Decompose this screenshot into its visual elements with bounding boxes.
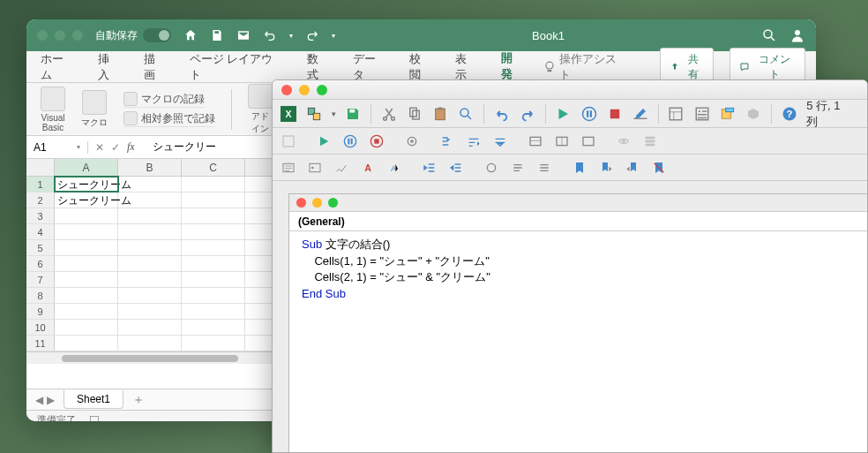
object-dropdown[interactable]: (General) (289, 212, 867, 231)
run-icon[interactable] (555, 105, 572, 123)
step-into-icon[interactable] (438, 132, 456, 150)
help-icon[interactable]: ? (781, 105, 797, 123)
vba-minimize-dot[interactable] (299, 85, 310, 95)
vba-titlebar[interactable] (273, 80, 867, 100)
row-header[interactable]: 3 (26, 208, 55, 223)
name-box-arrow[interactable]: ▾ (77, 143, 80, 151)
cell-B9[interactable] (118, 304, 182, 319)
parameter-info-icon[interactable]: A (359, 159, 377, 177)
row-header[interactable]: 2 (26, 193, 55, 208)
visual-basic-button[interactable]: Visual Basic (35, 87, 71, 132)
insert-module-icon[interactable] (305, 105, 322, 123)
immediate-icon[interactable] (553, 132, 571, 150)
cell-C8[interactable] (182, 288, 245, 303)
locals-icon[interactable] (527, 132, 544, 150)
send-icon[interactable] (236, 28, 251, 42)
step-out-icon[interactable] (491, 132, 509, 150)
toggle-breakpoint-icon[interactable] (483, 159, 500, 177)
cell-A5[interactable] (55, 240, 118, 255)
code-editor[interactable]: Sub 文字の結合() Cells(1, 1) = "シュー" + "クリーム"… (289, 231, 867, 307)
cell-A8[interactable] (55, 288, 118, 303)
outdent-icon[interactable] (447, 159, 465, 177)
insert-dropdown-icon[interactable]: ▾ (332, 109, 336, 118)
paste-icon[interactable] (431, 105, 448, 123)
row-header[interactable]: 1 (26, 177, 55, 192)
cell-C5[interactable] (182, 240, 245, 255)
undo-icon[interactable] (263, 28, 277, 42)
cell-C3[interactable] (182, 208, 245, 223)
watch-icon[interactable] (580, 132, 597, 150)
cell-B2[interactable] (118, 193, 182, 208)
macros-button[interactable]: マクロ (76, 90, 113, 129)
account-icon[interactable] (789, 27, 805, 43)
cut-icon[interactable] (380, 105, 397, 123)
run2-icon[interactable] (315, 132, 333, 150)
cell-A9[interactable] (55, 304, 118, 319)
save-icon[interactable] (210, 28, 224, 42)
sheet-tab-1[interactable]: Sheet1 (64, 390, 123, 409)
col-header-a[interactable]: A (55, 159, 118, 176)
col-header-b[interactable]: B (118, 159, 182, 176)
indent-icon[interactable] (421, 159, 438, 177)
stop2-icon[interactable] (368, 132, 385, 150)
undo-dropdown[interactable]: ▾ (289, 32, 293, 40)
list-constants-icon[interactable] (306, 159, 324, 177)
cell-C7[interactable] (182, 272, 245, 287)
minimize-dot[interactable] (55, 30, 65, 41)
cell-B4[interactable] (118, 224, 182, 239)
redo-icon[interactable] (305, 28, 319, 42)
excel-app-icon[interactable]: X (280, 105, 296, 123)
cell-A7[interactable] (55, 272, 118, 287)
cell-B7[interactable] (118, 272, 182, 287)
cell-C10[interactable] (182, 320, 245, 335)
pause-icon[interactable] (580, 105, 597, 123)
record-macro-button[interactable]: マクロの記録 (123, 92, 205, 108)
undo-icon[interactable] (493, 105, 510, 123)
code-close-dot[interactable] (296, 198, 306, 208)
vba-code-titlebar[interactable] (289, 194, 867, 212)
clear-bookmarks-icon[interactable] (650, 159, 668, 177)
cell-A4[interactable] (55, 224, 118, 239)
name-box[interactable]: A1 ▾ (26, 141, 88, 154)
cell-C9[interactable] (182, 304, 245, 319)
cell-C1[interactable] (182, 177, 245, 192)
cell-B8[interactable] (118, 288, 182, 303)
cell-B3[interactable] (118, 208, 182, 223)
code-minimize-dot[interactable] (312, 198, 322, 208)
design-mode-icon[interactable] (632, 105, 648, 123)
add-sheet-button[interactable]: ＋ (132, 392, 145, 408)
row-header[interactable]: 11 (26, 336, 55, 351)
row-header[interactable]: 7 (26, 272, 55, 287)
comment-block-icon[interactable] (509, 159, 527, 177)
quickwatch-icon[interactable] (615, 132, 632, 150)
next-bookmark-icon[interactable] (597, 159, 615, 177)
cell-B11[interactable] (118, 336, 182, 351)
cell-C4[interactable] (182, 224, 245, 239)
cell-A1[interactable]: シュークリーム (55, 177, 118, 192)
cell-A6[interactable] (55, 256, 118, 271)
vba-close-dot[interactable] (281, 85, 292, 95)
cell-B5[interactable] (118, 240, 182, 255)
row-header[interactable]: 5 (26, 240, 55, 255)
select-all-corner[interactable] (26, 159, 55, 176)
cell-A10[interactable] (55, 320, 118, 335)
copy-icon[interactable] (406, 105, 423, 123)
toolbox-icon[interactable] (745, 105, 762, 123)
cell-B6[interactable] (118, 256, 182, 271)
autosave-toggle[interactable]: 自動保存 (95, 28, 171, 43)
stop-icon[interactable] (606, 105, 623, 123)
project-explorer-icon[interactable] (668, 105, 685, 123)
prev-bookmark-icon[interactable] (624, 159, 641, 177)
redo-icon[interactable] (519, 105, 535, 123)
cancel-icon[interactable]: ✕ (95, 141, 104, 154)
cell-C6[interactable] (182, 256, 245, 271)
quick-info-icon[interactable] (333, 159, 350, 177)
complete-word-icon[interactable]: A (385, 159, 403, 177)
row-header[interactable]: 8 (26, 288, 55, 303)
sheet-prev-icon[interactable]: ◀ (35, 394, 43, 406)
list-properties-icon[interactable] (280, 159, 297, 177)
row-header[interactable]: 6 (26, 256, 55, 271)
find-icon[interactable] (458, 105, 475, 123)
sheet-next-icon[interactable]: ▶ (47, 394, 55, 406)
home-icon[interactable] (183, 28, 198, 42)
